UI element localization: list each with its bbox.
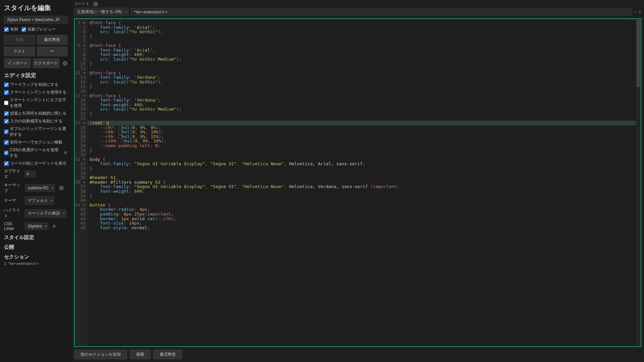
publish-title[interactable]: 公開: [4, 244, 67, 250]
settings-list: ワードラップを有効にするスマートインデントを使用するスマートインデントにタブ文字…: [4, 82, 67, 166]
info-icon[interactable]: i: [93, 2, 98, 6]
info-icon[interactable]: i: [59, 186, 64, 190]
style-settings-title[interactable]: スタイル設定: [4, 234, 67, 241]
style-name-input[interactable]: [4, 16, 68, 24]
beautify-section-button[interactable]: 書式整形: [153, 350, 182, 359]
enabled-checkbox[interactable]: 有効: [4, 26, 18, 32]
scrollbar[interactable]: [636, 19, 641, 346]
clone-button[interactable]: 複製: [130, 350, 151, 359]
bottombar: 他のセクションを追加 複製 書式整形: [71, 347, 644, 362]
code-label: コード 1:: [74, 1, 89, 6]
linter-dropdown[interactable]: Stylelint: [25, 223, 48, 230]
editor-settings-title: エディタ設定: [4, 72, 67, 79]
tab-size-input[interactable]: [25, 171, 36, 177]
keymap-dropdown[interactable]: sublime-PC: [25, 184, 55, 192]
plus-icon[interactable]: +: [639, 9, 641, 15]
gear-icon[interactable]: ⚙: [64, 150, 67, 155]
setting-checkbox[interactable]: ワードラップを有効にする: [4, 82, 67, 87]
setting-checkbox[interactable]: コードの前にターゲットを表示: [4, 161, 67, 166]
setting-checkbox[interactable]: 入力の自動補完を有効にする: [4, 118, 67, 124]
export-button[interactable]: エクスポート: [33, 58, 60, 68]
page-title: スタイルを編集: [4, 3, 67, 12]
minus-icon[interactable]: −: [634, 9, 637, 15]
setting-checkbox[interactable]: スマートインデントにタブ文字を使用: [4, 97, 67, 109]
autopreview-checkbox[interactable]: 自動プレビュー: [21, 26, 56, 32]
code-area[interactable]: @font-face { font-family: 'Arial'; src: …: [88, 19, 636, 346]
back-button[interactable]: ↩: [37, 47, 68, 56]
test-button[interactable]: テスト: [4, 47, 35, 56]
highlight-label: ハイライト: [4, 207, 22, 219]
setting-checkbox[interactable]: 括弧と引用符を自動的に閉じる: [4, 111, 67, 116]
applies-type-dropdown[interactable]: 正規表現に一致する URL: [74, 8, 129, 16]
beautify-button[interactable]: 書式整形: [37, 35, 68, 45]
main: コード 1: i 正規表現に一致する URL − + 1 ▾23456 ▾789…: [71, 0, 644, 362]
theme-dropdown[interactable]: デフォルト: [25, 196, 54, 205]
setting-checkbox[interactable]: CSSの色選択ツールを使用する⚙: [4, 147, 67, 159]
sidebar: スタイルを編集 有効 自動プレビュー 保存 書式整形 テスト ↩ インポート エ…: [0, 0, 71, 362]
code-editor[interactable]: 1 ▾23456 ▾789101112 ▾1314151617 ▾1819202…: [74, 18, 641, 347]
theme-label: テーマ: [4, 198, 22, 203]
gutter: 1 ▾23456 ▾789101112 ▾1314151617 ▾1819202…: [75, 19, 88, 346]
add-section-button[interactable]: 他のセクションを追加: [74, 350, 127, 359]
applies-value-input[interactable]: [131, 8, 632, 16]
setting-checkbox[interactable]: ダブルクリックでトークンを選択する: [4, 126, 67, 137]
linter-label: CSS Linter: [4, 222, 22, 231]
scroll-thumb[interactable]: [637, 20, 640, 87]
info-icon[interactable]: i: [63, 61, 67, 66]
keymap-label: キーマップ: [4, 182, 22, 194]
highlight-dropdown[interactable]: カーソル下の単語: [25, 209, 66, 218]
applies-bar: 正規表現に一致する URL − +: [71, 8, 644, 18]
sections-title[interactable]: セクション: [4, 254, 67, 260]
toc-item[interactable]: 1: ^\w+-extension://.+: [4, 261, 67, 265]
save-button[interactable]: 保存: [4, 35, 35, 45]
gear-icon[interactable]: ⚙: [52, 224, 56, 229]
setting-checkbox[interactable]: スマートインデントを使用する: [4, 89, 67, 95]
setting-checkbox[interactable]: 矢印キー↑↓でセクション移動: [4, 139, 67, 145]
import-button[interactable]: インポート: [4, 58, 31, 68]
tab-size-label: タブサイズ: [4, 168, 22, 180]
topbar: コード 1: i: [71, 0, 644, 8]
